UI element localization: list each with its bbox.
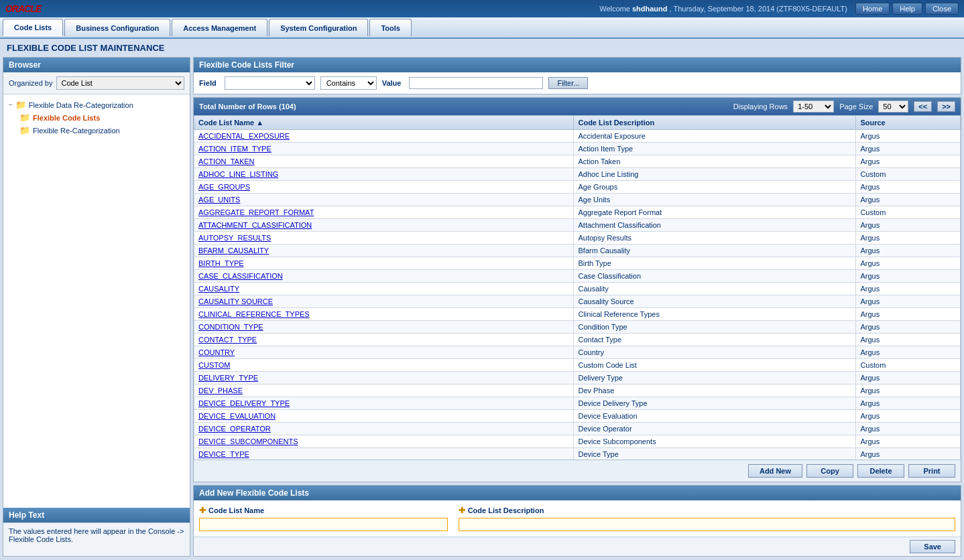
filter-button[interactable]: Filter... xyxy=(548,77,588,89)
cell-name[interactable]: ACTION_TAKEN xyxy=(194,155,574,168)
cell-name[interactable]: DEVICE_SUBCOMPONENTS xyxy=(194,435,574,448)
cell-name[interactable]: DEVICE_TYPE xyxy=(194,448,574,460)
code-list-name-input[interactable] xyxy=(199,518,448,531)
help-button[interactable]: Help xyxy=(892,3,922,15)
cell-name[interactable]: CAUSALITY xyxy=(194,283,574,295)
table-row[interactable]: DEVICE_OPERATOR Device Operator Argus xyxy=(194,423,961,435)
tree-item-flexible-code-lists[interactable]: 📁 Flexible Code Lists xyxy=(17,111,187,124)
cell-name[interactable]: COUNTRY xyxy=(194,346,574,359)
page-size-label: Page Size xyxy=(839,102,873,111)
add-new-section: Add New Flexible Code Lists ✚ Code List … xyxy=(193,485,961,557)
table-row[interactable]: CUSTOM Custom Code List Custom xyxy=(194,359,961,372)
top-bar: ORACLE Welcome shdhaund , Thursday, Sept… xyxy=(0,0,964,17)
copy-button[interactable]: Copy xyxy=(806,464,853,478)
table-row[interactable]: DEVICE_TYPE Device Type Argus xyxy=(194,448,961,460)
organized-by-select[interactable]: Code List xyxy=(56,76,184,90)
table-row[interactable]: AGGREGATE_REPORT_FORMAT Aggregate Report… xyxy=(194,206,961,219)
save-button[interactable]: Save xyxy=(910,540,955,553)
field-select[interactable]: Code List Name Code List Description Sou… xyxy=(225,76,315,90)
cell-description: Adhoc Line Listing xyxy=(574,168,856,181)
table-row[interactable]: DEVICE_EVALUATION Device Evaluation Argu… xyxy=(194,410,961,423)
cell-name[interactable]: CUSTOM xyxy=(194,359,574,372)
table-row[interactable]: CAUSALITY Causality Argus xyxy=(194,283,961,295)
close-button[interactable]: Close xyxy=(925,3,959,15)
table-row[interactable]: ADHOC_LINE_LISTING Adhoc Line Listing Cu… xyxy=(194,168,961,181)
tree-collapse-icon[interactable]: − xyxy=(9,101,13,109)
cell-name[interactable]: BFARM_CAUSALITY xyxy=(194,244,574,257)
cell-name[interactable]: CLINICAL_REFERENCE_TYPES xyxy=(194,308,574,321)
table-row[interactable]: AUTOPSY_RESULTS Autopsy Results Argus xyxy=(194,232,961,244)
table-row[interactable]: AGE_GROUPS Age Groups Argus xyxy=(194,181,961,194)
tab-code-lists[interactable]: Code Lists xyxy=(3,19,63,36)
code-list-desc-input[interactable] xyxy=(459,518,955,531)
add-new-button[interactable]: Add New xyxy=(748,464,802,478)
tree-item-flexible-recategorization[interactable]: 📁 Flexible Re-Categorization xyxy=(17,124,187,137)
cell-name[interactable]: DEVICE_OPERATOR xyxy=(194,423,574,435)
cell-description: Custom Code List xyxy=(574,359,856,372)
next-page-button[interactable]: >> xyxy=(937,101,955,112)
cell-source: Argus xyxy=(856,372,961,384)
table-row[interactable]: DEVICE_SUBCOMPONENTS Device Subcomponent… xyxy=(194,435,961,448)
cell-name[interactable]: DEV_PHASE xyxy=(194,384,574,397)
table-row[interactable]: BFARM_CAUSALITY Bfarm Causality Argus xyxy=(194,244,961,257)
col-header-name[interactable]: Code List Name ▲ xyxy=(194,116,574,130)
tab-business-configuration[interactable]: Business Configuration xyxy=(64,19,170,36)
table-row[interactable]: ACTION_TAKEN Action Taken Argus xyxy=(194,155,961,168)
cell-name[interactable]: CAUSALITY SOURCE xyxy=(194,295,574,308)
cell-name[interactable]: DEVICE_EVALUATION xyxy=(194,410,574,423)
table-row[interactable]: DELIVERY_TYPE Delivery Type Argus xyxy=(194,372,961,384)
cell-name[interactable]: DELIVERY_TYPE xyxy=(194,372,574,384)
col-header-desc[interactable]: Code List Description xyxy=(574,116,856,130)
home-button[interactable]: Home xyxy=(855,3,890,15)
cell-name[interactable]: CONDITION_TYPE xyxy=(194,321,574,334)
displaying-rows-select[interactable]: 1-50 51-104 xyxy=(793,100,834,113)
table-row[interactable]: AGE_UNITS Age Units Argus xyxy=(194,194,961,206)
table-row[interactable]: CONTACT_TYPE Contact Type Argus xyxy=(194,334,961,346)
table-row[interactable]: ACCIDENTAL_EXPOSURE Accidental Exposure … xyxy=(194,130,961,143)
table-row[interactable]: DEV_PHASE Dev Phase Argus xyxy=(194,384,961,397)
cell-name[interactable]: CASE_CLASSIFICATION xyxy=(194,270,574,283)
table-row[interactable]: ACTION_ITEM_TYPE Action Item Type Argus xyxy=(194,143,961,155)
cell-name[interactable]: DEVICE_DELIVERY_TYPE xyxy=(194,397,574,410)
table-row[interactable]: CLINICAL_REFERENCE_TYPES Clinical Refere… xyxy=(194,308,961,321)
filter-header: Flexible Code Lists Filter xyxy=(194,58,961,72)
cell-name[interactable]: CONTACT_TYPE xyxy=(194,334,574,346)
table-row[interactable]: CASE_CLASSIFICATION Case Classification … xyxy=(194,270,961,283)
filter-value-input[interactable] xyxy=(409,77,543,89)
cell-source: Argus xyxy=(856,346,961,359)
table-row[interactable]: CAUSALITY SOURCE Causality Source Argus xyxy=(194,295,961,308)
tree-label-flexible-code-lists[interactable]: Flexible Code Lists xyxy=(33,114,100,122)
page-size-select[interactable]: 50 25 100 xyxy=(878,100,908,113)
delete-button[interactable]: Delete xyxy=(857,464,904,478)
cell-name[interactable]: AGE_GROUPS xyxy=(194,181,574,194)
prev-page-button[interactable]: << xyxy=(914,101,932,112)
cell-name[interactable]: BIRTH_TYPE xyxy=(194,257,574,270)
cell-description: Device Subcomponents xyxy=(574,435,856,448)
cell-name[interactable]: ADHOC_LINE_LISTING xyxy=(194,168,574,181)
tab-access-management[interactable]: Access Management xyxy=(172,19,267,36)
main-layout: Browser Organized by Code List − 📁 Flexi… xyxy=(0,57,964,559)
cell-name[interactable]: AGE_UNITS xyxy=(194,194,574,206)
cell-name[interactable]: ACCIDENTAL_EXPOSURE xyxy=(194,130,574,143)
tab-system-configuration[interactable]: System Configuration xyxy=(269,19,368,36)
table-row[interactable]: CONDITION_TYPE Condition Type Argus xyxy=(194,321,961,334)
table-row[interactable]: BIRTH_TYPE Birth Type Argus xyxy=(194,257,961,270)
operator-select[interactable]: Contains Equals Starts With xyxy=(320,76,377,90)
cell-description: Attachment Classification xyxy=(574,219,856,232)
tree-root-label[interactable]: Flexible Data Re-Categorization xyxy=(29,101,133,109)
tab-tools[interactable]: Tools xyxy=(369,19,412,36)
code-list-desc-label: ✚ Code List Description xyxy=(459,506,955,515)
col-header-source[interactable]: Source xyxy=(856,116,961,130)
cell-source: Custom xyxy=(856,168,961,181)
print-button[interactable]: Print xyxy=(908,464,955,478)
table-row[interactable]: DEVICE_DELIVERY_TYPE Device Delivery Typ… xyxy=(194,397,961,410)
table-row[interactable]: ATTACHMENT_CLASSIFICATION Attachment Cla… xyxy=(194,219,961,232)
tree-label-flexible-recategorization[interactable]: Flexible Re-Categorization xyxy=(33,127,120,135)
cell-name[interactable]: AUTOPSY_RESULTS xyxy=(194,232,574,244)
table-row[interactable]: COUNTRY Country Argus xyxy=(194,346,961,359)
cell-name[interactable]: ACTION_ITEM_TYPE xyxy=(194,143,574,155)
cell-name[interactable]: AGGREGATE_REPORT_FORMAT xyxy=(194,206,574,219)
cell-description: Country xyxy=(574,346,856,359)
browser-panel: Browser Organized by Code List − 📁 Flexi… xyxy=(3,57,190,557)
cell-name[interactable]: ATTACHMENT_CLASSIFICATION xyxy=(194,219,574,232)
